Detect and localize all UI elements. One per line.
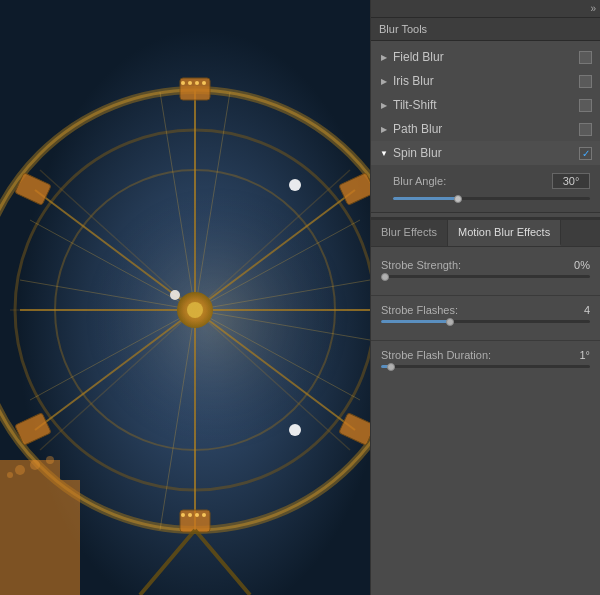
strobe-flashes-row: Strobe Flashes: 4 — [371, 300, 600, 330]
spin-blur-controls: Blur Angle: 30° — [371, 165, 600, 213]
strobe-flashes-slider[interactable] — [381, 320, 590, 323]
canvas-image — [0, 0, 370, 595]
tilt-shift-item[interactable]: ▶ Tilt-Shift — [371, 93, 600, 117]
strobe-duration-label: Strobe Flash Duration: — [381, 349, 579, 361]
field-blur-item[interactable]: ▶ Field Blur — [371, 45, 600, 69]
path-blur-label: Path Blur — [393, 122, 579, 136]
strobe-flashes-label: Strobe Flashes: — [381, 304, 584, 316]
blur-angle-slider-thumb[interactable] — [454, 195, 462, 203]
spin-blur-item[interactable]: ▼ Spin Blur — [371, 141, 600, 165]
iris-blur-label: Iris Blur — [393, 74, 579, 88]
tab-motion-blur-effects[interactable]: Motion Blur Effects — [448, 220, 561, 246]
svg-rect-54 — [0, 480, 80, 595]
iris-blur-checkbox[interactable] — [579, 75, 592, 88]
strobe-strength-row: Strobe Strength: 0% — [371, 255, 600, 285]
spin-blur-arrow: ▼ — [379, 148, 389, 158]
svg-point-59 — [7, 472, 13, 478]
strobe-strength-label-row: Strobe Strength: 0% — [381, 259, 590, 271]
tilt-shift-arrow: ▶ — [379, 100, 389, 110]
blur-angle-label: Blur Angle: — [393, 175, 552, 187]
image-panel — [0, 0, 370, 595]
blur-angle-row: Blur Angle: 30° — [371, 169, 600, 191]
tilt-shift-checkbox[interactable] — [579, 99, 592, 112]
spin-blur-label: Spin Blur — [393, 146, 579, 160]
path-blur-arrow: ▶ — [379, 124, 389, 134]
strobe-strength-slider[interactable] — [381, 275, 590, 278]
field-blur-arrow: ▶ — [379, 52, 389, 62]
svg-point-47 — [202, 81, 206, 85]
svg-point-46 — [195, 81, 199, 85]
tab-blur-effects[interactable]: Blur Effects — [371, 220, 448, 246]
expand-button[interactable]: » — [590, 3, 596, 14]
effects-tabs: Blur Effects Motion Blur Effects — [371, 218, 600, 247]
blur-angle-slider-container — [371, 191, 600, 200]
strobe-strength-thumb[interactable] — [381, 273, 389, 281]
iris-blur-item[interactable]: ▶ Iris Blur — [371, 69, 600, 93]
blur-tools-header: Blur Tools — [371, 18, 600, 41]
svg-point-60 — [0, 90, 370, 530]
spin-blur-checkbox[interactable] — [579, 147, 592, 160]
svg-point-45 — [188, 81, 192, 85]
strobe-flashes-thumb[interactable] — [446, 318, 454, 326]
strobe-duration-slider[interactable] — [381, 365, 590, 368]
strobe-duration-row: Strobe Flash Duration: 1° — [371, 345, 600, 375]
strobe-flashes-value: 4 — [584, 304, 590, 316]
svg-point-44 — [181, 81, 185, 85]
ferris-wheel-illustration — [0, 0, 370, 595]
strobe-duration-thumb[interactable] — [387, 363, 395, 371]
effects-panel: Strobe Strength: 0% Strobe Flashes: 4 St… — [371, 247, 600, 595]
blur-angle-slider-track[interactable] — [393, 197, 590, 200]
field-blur-label: Field Blur — [393, 50, 579, 64]
strobe-duration-value: 1° — [579, 349, 590, 361]
path-blur-item[interactable]: ▶ Path Blur — [371, 117, 600, 141]
tilt-shift-label: Tilt-Shift — [393, 98, 579, 112]
divider-1 — [371, 295, 600, 296]
field-blur-checkbox[interactable] — [579, 51, 592, 64]
strobe-flashes-label-row: Strobe Flashes: 4 — [381, 304, 590, 316]
right-panel: » Blur Tools ▶ Field Blur ▶ Iris Blur ▶ … — [370, 0, 600, 595]
strobe-strength-value: 0% — [574, 259, 590, 271]
blur-angle-value[interactable]: 30° — [552, 173, 590, 189]
blur-angle-slider-fill — [393, 197, 458, 200]
svg-point-56 — [15, 465, 25, 475]
path-blur-checkbox[interactable] — [579, 123, 592, 136]
top-bar: » — [371, 0, 600, 18]
divider-2 — [371, 340, 600, 341]
blur-tools-list: ▶ Field Blur ▶ Iris Blur ▶ Tilt-Shift ▶ … — [371, 41, 600, 218]
strobe-duration-label-row: Strobe Flash Duration: 1° — [381, 349, 590, 361]
iris-blur-arrow: ▶ — [379, 76, 389, 86]
strobe-strength-label: Strobe Strength: — [381, 259, 574, 271]
